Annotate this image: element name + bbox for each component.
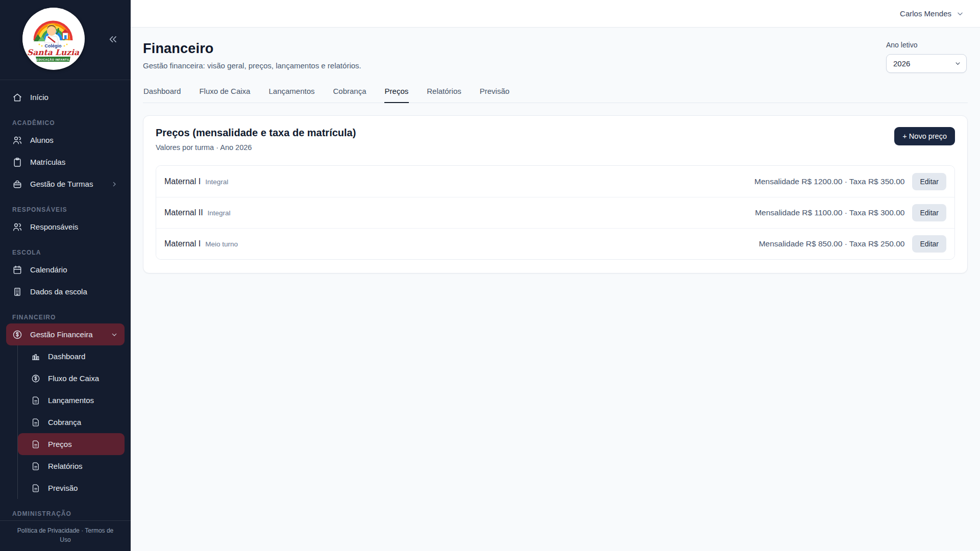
sidebar: Colégio Santa Luzia EDUCAÇÃO INFANTIL In… <box>0 0 131 551</box>
privacy-policy-link[interactable]: Política de Privacidade <box>17 527 80 534</box>
sidebar-item-label: Fluxo de Caixa <box>48 373 99 384</box>
class-name: Maternal I <box>164 177 201 186</box>
sidebar-item-alunos[interactable]: Alunos <box>6 129 125 151</box>
page-header: Financeiro Gestão financeira: visão gera… <box>143 41 968 73</box>
footer-separator: · <box>81 527 83 534</box>
main-content: Financeiro Gestão financeira: visão gera… <box>131 28 980 273</box>
building-icon <box>12 287 22 297</box>
chevron-down-icon <box>110 331 118 339</box>
users-icon <box>12 222 22 232</box>
sidebar-item-label: Dashboard <box>48 351 85 362</box>
prices-card-title: Preços (mensalidade e taxa de matrícula) <box>156 127 356 139</box>
document-icon <box>31 440 40 449</box>
tab-fluxo-de-caixa[interactable]: Fluxo de Caixa <box>199 87 251 103</box>
school-year-label: Ano letivo <box>886 41 967 49</box>
sidebar-item-label: Previsão <box>48 483 78 493</box>
price-row-values: Mensalidade R$ 1100.00 · Taxa R$ 300.00 … <box>755 204 946 221</box>
home-icon <box>12 92 22 103</box>
price-values-text: Mensalidade R$ 1100.00 · Taxa R$ 300.00 <box>755 208 904 217</box>
sidebar-subitem-relatorios[interactable]: Relatórios <box>18 455 125 477</box>
sidebar-item-label: Gestão Financeira <box>30 329 93 340</box>
price-row: Maternal I Meio turno Mensalidade R$ 850… <box>156 228 954 259</box>
edit-button[interactable]: Editar <box>912 235 946 253</box>
school-logo-art: Colégio Santa Luzia EDUCAÇÃO INFANTIL <box>22 8 84 69</box>
sidebar-item-responsaveis[interactable]: Responsáveis <box>6 216 125 238</box>
clipboard-icon <box>12 157 22 167</box>
section-header-escola: ESCOLA <box>6 244 125 259</box>
class-variant: Integral <box>208 209 231 217</box>
sidebar-subitem-cobranca[interactable]: Cobrança <box>18 411 125 433</box>
sidebar-item-calendario[interactable]: Calendário <box>6 259 125 281</box>
bar-chart-icon <box>31 352 40 361</box>
sidebar-subitem-fluxo-de-caixa[interactable]: Fluxo de Caixa <box>18 367 125 389</box>
tab-dashboard[interactable]: Dashboard <box>143 87 181 103</box>
tab-relatorios[interactable]: Relatórios <box>426 87 462 103</box>
double-chevron-left-icon <box>107 34 118 45</box>
sidebar-item-label: Alunos <box>30 135 54 145</box>
sidebar-item-inicio[interactable]: Início <box>6 86 125 108</box>
sidebar-item-matriculas[interactable]: Matrículas <box>6 151 125 173</box>
edit-button[interactable]: Editar <box>912 173 946 190</box>
price-row-values: Mensalidade R$ 850.00 · Taxa R$ 250.00 E… <box>759 235 946 253</box>
prices-card: Preços (mensalidade e taxa de matrícula)… <box>143 115 968 273</box>
sidebar-item-label: Responsáveis <box>30 221 78 232</box>
prices-card-header: Preços (mensalidade e taxa de matrícula)… <box>156 127 955 152</box>
sidebar-item-label: Calendário <box>30 264 67 275</box>
sidebar-footer: Política de Privacidade · Termos de Uso <box>0 520 131 551</box>
school-logo: Colégio Santa Luzia EDUCAÇÃO INFANTIL <box>22 8 85 70</box>
school-year-select[interactable]: 2026 <box>886 54 967 73</box>
prices-card-subtitle: Valores por turma · Ano 2026 <box>156 143 356 152</box>
school-year-select-wrap: 2026 <box>886 54 967 73</box>
new-price-button[interactable]: + Novo preço <box>894 127 955 145</box>
sidebar-item-label: Gestão de Turmas <box>30 179 93 189</box>
class-variant: Integral <box>205 178 228 186</box>
topbar: Carlos Mendes <box>131 0 980 28</box>
document-icon <box>31 462 40 471</box>
price-row-label: Maternal I Integral <box>164 177 228 186</box>
sidebar-item-label: Dados da escola <box>30 286 87 297</box>
document-icon <box>31 484 40 493</box>
sidebar-subitem-previsao[interactable]: Previsão <box>18 477 125 499</box>
sidebar-nav: Início ACADÊMICO Alunos Matrículas Gestã… <box>0 80 131 520</box>
tab-precos[interactable]: Preços <box>384 87 409 103</box>
sidebar-item-label: Cobrança <box>48 417 81 428</box>
sidebar-collapse-button[interactable] <box>106 33 119 46</box>
section-header-financeiro: FINANCEIRO <box>6 309 125 323</box>
edit-button[interactable]: Editar <box>912 204 946 221</box>
page-subtitle: Gestão financeira: visão geral, preços, … <box>143 61 361 70</box>
price-row: Maternal II Integral Mensalidade R$ 1100… <box>156 197 954 228</box>
class-name: Maternal I <box>164 239 201 248</box>
class-name: Maternal II <box>164 208 203 217</box>
tab-previsao[interactable]: Previsão <box>479 87 510 103</box>
price-row-values: Mensalidade R$ 1200.00 · Taxa R$ 350.00 … <box>754 173 946 190</box>
price-values-text: Mensalidade R$ 1200.00 · Taxa R$ 350.00 <box>754 177 904 186</box>
user-name: Carlos Mendes <box>900 9 951 18</box>
price-row-label: Maternal I Meio turno <box>164 239 238 248</box>
sidebar-subitem-dashboard[interactable]: Dashboard <box>18 345 125 367</box>
tab-cobranca[interactable]: Cobrança <box>333 87 367 103</box>
tab-lancamentos[interactable]: Lançamentos <box>268 87 315 103</box>
sidebar-item-dados-da-escola[interactable]: Dados da escola <box>6 281 125 303</box>
sidebar-subitem-lancamentos[interactable]: Lançamentos <box>18 389 125 411</box>
sidebar-subitem-precos[interactable]: Preços <box>18 433 125 455</box>
sidebar-item-label: Lançamentos <box>48 395 94 406</box>
chevron-down-icon <box>955 9 965 18</box>
class-variant: Meio turno <box>205 240 238 248</box>
sidebar-item-gestao-de-turmas[interactable]: Gestão de Turmas <box>6 173 125 195</box>
sidebar-item-label: Relatórios <box>48 461 83 471</box>
sidebar-item-label: Início <box>30 92 48 103</box>
prices-card-header-text: Preços (mensalidade e taxa de matrícula)… <box>156 127 356 152</box>
logo-text-name: Santa Luzia <box>27 47 80 57</box>
price-values-text: Mensalidade R$ 850.00 · Taxa R$ 250.00 <box>759 239 905 248</box>
document-icon <box>31 396 40 405</box>
dollar-circle-icon <box>31 374 40 383</box>
user-menu[interactable]: Carlos Mendes <box>900 9 965 18</box>
sidebar-item-gestao-financeira[interactable]: Gestão Financeira <box>6 323 125 345</box>
sidebar-header: Colégio Santa Luzia EDUCAÇÃO INFANTIL <box>0 0 131 80</box>
users-icon <box>12 135 22 145</box>
price-row: Maternal I Integral Mensalidade R$ 1200.… <box>156 166 954 197</box>
financeiro-submenu: Dashboard Fluxo de Caixa Lançamentos Cob… <box>17 345 125 499</box>
section-header-responsaveis: RESPONSÁVEIS <box>6 201 125 216</box>
price-row-label: Maternal II Integral <box>164 208 231 217</box>
calendar-icon <box>12 265 22 275</box>
